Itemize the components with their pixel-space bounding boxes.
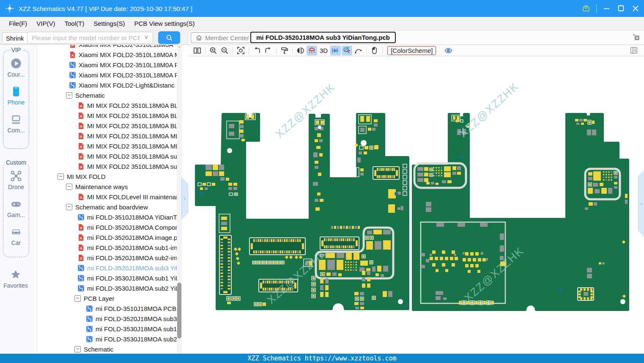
tree-scrollbar-thumb[interactable] bbox=[177, 283, 181, 338]
tab-active-pcb[interactable]: mi FOLD-3520J18MOA sub3 YiDianTong.pcb bbox=[250, 32, 396, 43]
tree-item[interactable]: Ami FOLD-3520J18MOA sub1-im bbox=[37, 242, 177, 253]
sidebar-item-cour[interactable]: Cour... bbox=[7, 57, 25, 78]
menu-item-pcb-view-settings[interactable]: PCB View settings(S) bbox=[129, 17, 199, 30]
boardview-file-icon bbox=[86, 336, 93, 343]
panel-toggle-icon[interactable] bbox=[630, 46, 638, 55]
zoom-out-icon[interactable] bbox=[219, 46, 230, 55]
tree-item-label: mi FOLD-3510J18MOA PCB L bbox=[96, 305, 177, 312]
tree-item[interactable]: AMI MIX FOLDLevel III maintenar bbox=[37, 192, 177, 202]
tree-item[interactable]: AMI MIX FOLD2 3510L18M0A BL( bbox=[37, 121, 177, 131]
tree-item[interactable]: mi FOLD-3530J18MOA sub1 bbox=[37, 324, 177, 334]
flip-horizontal-icon[interactable] bbox=[295, 46, 306, 55]
shrink-button[interactable]: Shrink bbox=[2, 32, 28, 44]
pdf-file-icon: A bbox=[77, 224, 85, 231]
sidebar-item-phone[interactable]: Phone bbox=[8, 85, 25, 106]
menu-item-vip[interactable]: VIP(V) bbox=[32, 17, 60, 30]
tree-item[interactable]: mi FOLD-3530J18MOA sub1 YiD bbox=[37, 273, 177, 283]
fit-view-icon[interactable] bbox=[236, 46, 246, 55]
svg-text:A: A bbox=[79, 226, 82, 230]
tree-item[interactable]: AMI MIX FOLD2 3510L18M0A ME bbox=[37, 131, 177, 141]
tree-item[interactable]: mi FOLD-3530J18MOA sub2 YiD bbox=[37, 283, 177, 293]
tree-group[interactable]: Schematic bbox=[37, 90, 177, 100]
tree-item[interactable]: mi FOLD-3510J18MOA PCB L bbox=[37, 303, 177, 314]
collapse-minus-icon[interactable] bbox=[66, 204, 72, 210]
sidebar-item-label: Favorites bbox=[3, 282, 28, 289]
tree-item[interactable]: AMI MIX FOLD2 3510L18M0A BL( bbox=[37, 100, 177, 110]
sidebar-item-drone[interactable]: Drone bbox=[8, 170, 24, 190]
sidebar-item-favorites[interactable]: Favorites bbox=[3, 268, 28, 289]
tree-item-label: mi FOLD-3530J18MOA sub1 bbox=[96, 325, 177, 333]
tree-item[interactable]: AMI MIX FOLD2 3510L18M0A sub bbox=[37, 161, 177, 171]
tree-item[interactable]: Xiaomi MIX FOLD2-3510L18M0A P bbox=[37, 60, 177, 70]
chevron-down-icon[interactable]: ∨ bbox=[144, 34, 148, 40]
tree-item[interactable]: Xiaomi MIX FOLD2-3510L18M0A P bbox=[37, 70, 177, 80]
tree-item-label: mi FOLD-3520J18MOA sub3 YiD bbox=[87, 264, 177, 272]
tree-item[interactable]: AXiaomi MIX FOLD2-3510L18M0A bbox=[37, 45, 177, 50]
rotate-right-icon[interactable] bbox=[263, 46, 274, 55]
tree-item[interactable]: mi FOLD-3530J18MOA sub2 bbox=[37, 334, 177, 344]
close-tab-icon[interactable] bbox=[632, 33, 641, 41]
minimize-button[interactable] bbox=[603, 4, 611, 13]
boardview-file-icon bbox=[86, 325, 93, 333]
tree-group[interactable]: Schematic and boardview bbox=[37, 202, 177, 212]
maximize-button[interactable] bbox=[617, 4, 625, 13]
vip-briefcase-icon[interactable] bbox=[582, 4, 590, 13]
tree-item-label: Schematic bbox=[84, 346, 113, 353]
tree-item[interactable]: mi FOLD-3520J18MOA sub3 YiD bbox=[37, 263, 177, 273]
split-view-icon[interactable] bbox=[192, 46, 203, 55]
zoom-in-icon[interactable] bbox=[208, 46, 219, 55]
tree-item-label: mi FOLD-3530J18MOA sub1 YiD bbox=[87, 275, 177, 282]
tree-item[interactable]: AMI MIX FOLD2 3510L18M0A BL( bbox=[37, 110, 177, 121]
pdf-file-icon: A bbox=[69, 51, 76, 58]
tree-group[interactable]: Maintenance ways bbox=[37, 182, 177, 192]
tree-item[interactable]: AMI MIX FOLD2 3510L18M0A sub bbox=[37, 151, 177, 161]
sidebar-item-com[interactable]: Com... bbox=[7, 113, 25, 134]
menu-item-tool[interactable]: Tool(T) bbox=[60, 17, 89, 30]
3d-mode-button[interactable]: 3D bbox=[319, 47, 329, 54]
window-controls-divider bbox=[596, 5, 597, 12]
collapse-minus-icon[interactable] bbox=[74, 346, 81, 352]
menu-item-settings[interactable]: Settings(S) bbox=[89, 17, 129, 30]
rotate-left-icon[interactable] bbox=[252, 46, 262, 55]
pcb-canvas[interactable]: XZZ@XZZHK XZZ@XZZHK XZZ@XZZHK XZZ@XZZHK bbox=[188, 56, 644, 354]
sidebar-item-label: Phone bbox=[8, 99, 25, 106]
tree-item-label: mi FOLD-3520J18MOA sub3 bbox=[96, 315, 177, 322]
boardview-file-icon bbox=[69, 72, 76, 79]
tree-item[interactable]: Ami FOLD-3520J18MOA sub2-im bbox=[37, 253, 177, 263]
member-center-button[interactable]: Member Center bbox=[191, 32, 254, 43]
collapse-minus-icon[interactable] bbox=[74, 295, 81, 302]
tree-item[interactable]: AMI MIX FOLD2 3510L18M0A ME bbox=[37, 141, 177, 151]
tree-item[interactable]: Ami FOLD-3520J18MOA image.p bbox=[37, 232, 177, 242]
status-bar: XZZ Schematics https://www.xzztools.com bbox=[0, 354, 644, 363]
tree-scrollbar[interactable]: ⌃ bbox=[177, 45, 182, 354]
model-search-input[interactable] bbox=[27, 32, 153, 44]
close-button[interactable] bbox=[631, 4, 640, 13]
curve-tool-icon[interactable] bbox=[353, 46, 364, 55]
tree-item-label: mi FOLD-3530J18MOA sub2 bbox=[96, 336, 177, 343]
eye-visibility-icon[interactable] bbox=[443, 46, 454, 55]
tree-collapse-handle[interactable]: ‹ bbox=[181, 177, 188, 220]
tree-group[interactable]: MI MIX FOLD bbox=[37, 171, 177, 182]
tree-item[interactable]: Ami FOLD-3520J18MOA Compor bbox=[37, 222, 177, 232]
mouse-settings-icon[interactable] bbox=[369, 46, 380, 55]
color-scheme-button[interactable]: [ColorScheme] bbox=[387, 46, 436, 55]
probe-measure-icon[interactable] bbox=[342, 46, 352, 55]
tree-item[interactable]: AXiaomi MIX FOLD2-3510L18M0A M bbox=[37, 50, 177, 60]
tree-group[interactable]: Schematic bbox=[37, 344, 177, 354]
sidebar-item-gam[interactable]: Gam... bbox=[7, 198, 25, 218]
right-panel-collapse-handle[interactable]: ‹ bbox=[638, 169, 644, 238]
collapse-minus-icon[interactable] bbox=[66, 184, 72, 190]
sidebar-item-car[interactable]: Car bbox=[10, 226, 22, 246]
diode-icon[interactable] bbox=[330, 46, 341, 55]
menu-item-file[interactable]: File(F) bbox=[4, 17, 32, 30]
tree-item[interactable]: mi FOLD-3510J18MOA YiDianTo bbox=[37, 212, 177, 222]
search-button[interactable] bbox=[158, 31, 180, 44]
collapse-minus-icon[interactable] bbox=[66, 92, 72, 99]
tree-item[interactable]: mi FOLD-3520J18MOA sub3 bbox=[37, 314, 177, 324]
collapse-minus-icon[interactable] bbox=[58, 173, 64, 180]
lamp-3d-icon[interactable] bbox=[307, 46, 317, 55]
tree-item[interactable]: Xiaomi MIX FOLD2-Light&Distanc bbox=[37, 80, 177, 90]
tree-group[interactable]: PCB Layer bbox=[37, 293, 177, 303]
paint-roller-icon[interactable] bbox=[279, 46, 290, 55]
scroll-up-arrow[interactable]: ⌃ bbox=[177, 46, 182, 50]
